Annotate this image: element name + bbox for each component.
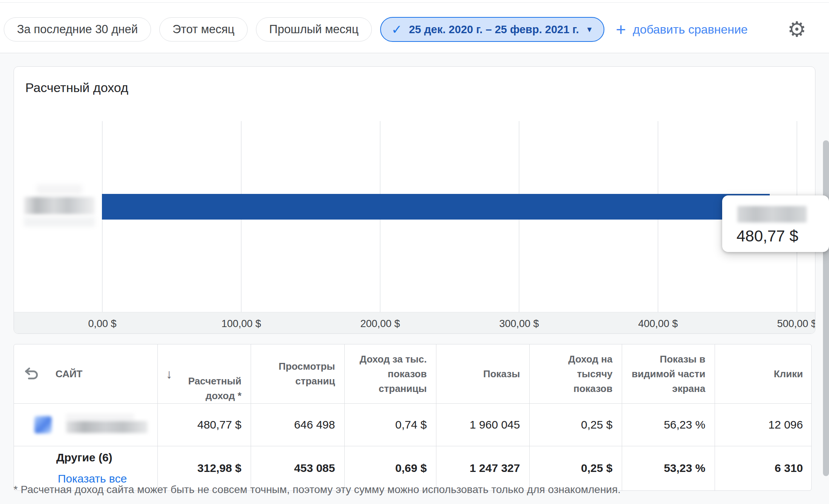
cell-clicks: 12 096 xyxy=(715,404,812,446)
bar-category-label-redacted xyxy=(24,197,95,214)
preset-last-30-days-button[interactable]: За последние 30 дней xyxy=(4,17,151,41)
toolbar-divider xyxy=(0,53,829,53)
chart-title: Расчетный доход xyxy=(25,80,128,95)
site-name-redacted xyxy=(66,413,148,436)
table-header-row: САЙТ ↓ Расчетный доход * Просмотры стран… xyxy=(14,344,812,404)
column-header-estimated-revenue[interactable]: ↓ Расчетный доход * xyxy=(157,344,251,404)
bar-category-label-redacted xyxy=(37,184,82,194)
x-axis-tick: 200,00 $ xyxy=(360,318,400,330)
revenue-bar[interactable] xyxy=(102,194,770,220)
cell-rpm: 0,74 $ xyxy=(344,404,436,446)
cell-impressions: 1 960 045 xyxy=(436,404,529,446)
caret-down-icon: ▼ xyxy=(586,26,593,33)
sort-descending-icon: ↓ xyxy=(166,364,173,384)
add-comparison-label: добавить сравнение xyxy=(633,23,747,37)
x-axis-tick: 300,00 $ xyxy=(499,318,539,330)
cell-viewability: 56,23 % xyxy=(622,404,715,446)
estimated-revenue-card: Расчетный доход 0,00 $ 100,00 $ 200,00 $… xyxy=(14,66,815,334)
x-axis-tick: 100,00 $ xyxy=(221,318,261,330)
site-cell xyxy=(14,404,157,446)
add-comparison-link[interactable]: + добавить сравнение xyxy=(616,21,747,38)
plus-icon: + xyxy=(616,21,626,38)
cell-impression-rpm: 0,25 $ xyxy=(529,404,622,446)
preset-last-month-button[interactable]: Прошлый месяц xyxy=(256,17,372,41)
cell-estimated-revenue: 480,77 $ xyxy=(157,404,251,446)
cell-clicks: 6 310 xyxy=(715,446,812,490)
column-header-site: САЙТ xyxy=(14,344,157,404)
column-header-impression-rpm[interactable]: Доход на тысячу показов xyxy=(529,344,622,404)
date-range-label: 25 дек. 2020 г. – 25 февр. 2021 г. xyxy=(409,23,579,36)
others-label: Другие (6) xyxy=(56,451,148,464)
table-row-site-1: 480,77 $ 646 498 0,74 $ 1 960 045 0,25 $… xyxy=(14,404,812,446)
undo-icon[interactable] xyxy=(24,366,39,381)
column-header-rpm[interactable]: Доход за тыс. показов страницы xyxy=(344,344,436,404)
preset-this-month-button[interactable]: Этот месяц xyxy=(159,17,248,41)
site-favicon-redacted xyxy=(34,416,52,433)
column-header-impressions[interactable]: Показы xyxy=(436,344,529,404)
sites-table: САЙТ ↓ Расчетный доход * Просмотры стран… xyxy=(14,344,812,491)
date-range-chip[interactable]: ✓ 25 дек. 2020 г. – 25 февр. 2021 г. ▼ xyxy=(380,17,605,42)
tooltip-site-name-redacted xyxy=(737,206,807,223)
check-icon: ✓ xyxy=(391,23,402,36)
tooltip-value: 480,77 $ xyxy=(737,227,798,245)
column-header-clicks[interactable]: Клики xyxy=(715,344,812,404)
column-header-viewability[interactable]: Показы в видимой части экрана xyxy=(622,344,715,404)
x-axis-tick: 400,00 $ xyxy=(638,318,678,330)
gear-icon[interactable]: ⚙ xyxy=(787,19,806,40)
chart-tooltip: 480,77 $ xyxy=(722,195,829,252)
x-axis-tick: 0,00 $ xyxy=(88,318,116,330)
x-axis-tick: 500,00 $ xyxy=(777,318,815,330)
cell-viewability: 53,23 % xyxy=(622,446,715,490)
x-axis: 0,00 $ 100,00 $ 200,00 $ 300,00 $ 400,00… xyxy=(14,312,815,333)
column-header-site-label: САЙТ xyxy=(55,367,82,381)
scrollbar-thumb[interactable] xyxy=(823,140,829,476)
toolbar: За последние 30 дней Этот месяц Прошлый … xyxy=(4,17,829,41)
revenue-disclaimer: * Расчетная доход сайта может быть не со… xyxy=(14,484,621,496)
bar-category-label-redacted xyxy=(24,217,95,227)
column-header-page-views[interactable]: Просмотры страниц xyxy=(251,344,344,404)
cell-page-views: 646 498 xyxy=(251,404,344,446)
top-hairline xyxy=(0,2,829,3)
adsense-report-page: За последние 30 дней Этот месяц Прошлый … xyxy=(0,0,829,504)
